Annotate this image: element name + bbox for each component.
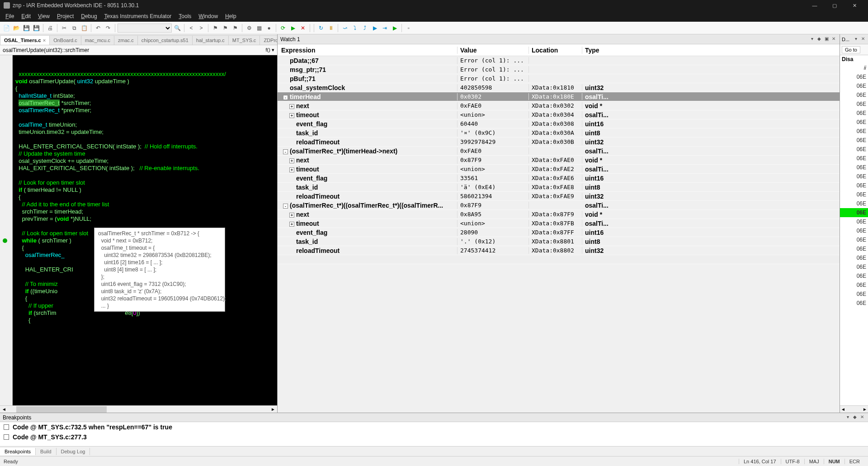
disasm-line[interactable]: 06E [840, 81, 868, 90]
watch-row[interactable]: reloadTimeout3992978429XData:0x030Buint3… [278, 138, 840, 147]
close-button[interactable]: ✕ [844, 0, 864, 11]
disasm-line[interactable]: 06E [840, 217, 868, 226]
open-icon[interactable]: 📂 [12, 24, 21, 33]
disasm-hscroll[interactable]: ◄ ► [840, 405, 868, 413]
code-line[interactable]: halIntState_t intState; [15, 92, 274, 100]
tab-hal_startup-c[interactable]: hal_startup.c [192, 35, 229, 45]
print-icon[interactable]: 🖨 [46, 24, 55, 33]
extra-icon[interactable]: ▫ [404, 24, 413, 33]
expand-icon[interactable]: + [289, 167, 294, 172]
tab-chipcon_cstartup-s51[interactable]: chipcon_cstartup.s51 [137, 35, 193, 45]
dropdown-icon[interactable]: ▾ [809, 36, 815, 43]
code-line[interactable]: osalTimerRec_t *prevTimer; [15, 107, 274, 114]
watch-row[interactable]: pData;;67Error (col 1): ... [278, 56, 840, 65]
scroll-left-icon[interactable]: ◄ [0, 407, 8, 412]
code-line[interactable]: HAL_ENTER_CRITICAL_SECTION( intState ); … [15, 143, 274, 150]
break-icon[interactable]: ⏸ [326, 24, 335, 33]
disasm-line[interactable]: 06E [840, 163, 868, 172]
code-line[interactable]: prevTimer = (void *)NULL; [15, 215, 274, 223]
step-over-icon[interactable]: ⤻ [340, 24, 349, 33]
disasm-line[interactable]: 06E [840, 226, 868, 235]
dropdown-icon[interactable]: ▾ [844, 414, 851, 421]
code-line[interactable] [15, 136, 274, 143]
disasm-line[interactable]: 06E [840, 118, 868, 127]
breakpoint-checkbox[interactable] [4, 424, 9, 430]
save-icon[interactable]: 💾 [22, 24, 31, 33]
disasm-line[interactable]: 06E [840, 172, 868, 181]
tab-close-icon[interactable]: × [43, 38, 46, 43]
watch-row[interactable]: +timeout<union>XData:0x87FBosalTi... [278, 219, 840, 228]
disasm-line[interactable]: 06E [840, 127, 868, 136]
watch-row[interactable]: -timerHead0x0302XData:0x180EosalTi... [278, 92, 840, 101]
bookmark-icon[interactable]: ⚑ [211, 24, 220, 33]
save-all-icon[interactable]: 💾 [32, 24, 41, 33]
expand-icon[interactable]: + [289, 158, 294, 163]
disasm-line[interactable]: 06E [840, 262, 868, 271]
header-value[interactable]: Value [458, 47, 529, 54]
redo-icon[interactable]: ↷ [104, 24, 113, 33]
maximize-button[interactable]: ▢ [825, 0, 844, 11]
bottom-tab-debug-log[interactable]: Debug Log [57, 448, 90, 455]
code-line[interactable]: osal_systemClock += updateTime; [15, 157, 274, 165]
run-to-cursor-icon[interactable]: ⇥ [380, 24, 389, 33]
disasm-line[interactable]: 06E [840, 208, 868, 217]
code-line[interactable]: osalTime_t timeUnion; [15, 121, 274, 128]
code-line[interactable] [15, 114, 274, 121]
watch-row[interactable]: msg_ptr;;71Error (col 1): ... [278, 65, 840, 74]
find-icon[interactable]: 🔍 [173, 24, 182, 33]
disasm-line[interactable]: 06E [840, 244, 868, 253]
bottom-tab-build[interactable]: Build [36, 448, 56, 455]
next-bookmark-icon[interactable]: ⚑ [221, 24, 230, 33]
disasm-line[interactable]: 06E [840, 281, 868, 290]
expand-icon[interactable]: + [289, 222, 294, 227]
undo-icon[interactable]: ↶ [94, 24, 103, 33]
code-line[interactable]: osalTimerRec_t *srchTimer; [15, 100, 274, 107]
disasm-body[interactable]: Disa ii 06E06E06E06E06E06E06E06E06E06E06… [840, 55, 868, 405]
disasm-line[interactable]: 06E [840, 199, 868, 208]
watch-row[interactable]: reloadTimeout2745374412XData:0x8802uint3… [278, 246, 840, 255]
breakpoint-checkbox[interactable] [4, 434, 9, 440]
menu-debug[interactable]: Debug [77, 11, 100, 22]
breakpoint-row[interactable]: Code @ MT_SYS.c:732.5 when "respLen==67"… [0, 422, 868, 432]
watch-row[interactable]: osal_systemClock402850598XData:0x1810uin… [278, 83, 840, 92]
tab-mac_mcu-c[interactable]: mac_mcu.c [81, 35, 114, 45]
minimize-button[interactable]: — [805, 0, 825, 11]
tab-OSAL_Timers-c[interactable]: OSAL_Timers.c× [0, 35, 50, 45]
code-line[interactable] [15, 172, 274, 179]
tab-OnBoard-c[interactable]: OnBoard.c [49, 35, 81, 45]
search-combo[interactable] [118, 24, 172, 33]
code-line[interactable]: // Look for open timer slot [15, 179, 274, 186]
watch-row[interactable]: -(osalTimerRec_t*)((osalTimerRec_t*)((os… [278, 201, 840, 210]
bottom-tab-breakpoints[interactable]: Breakpoints [0, 448, 36, 455]
watch-row[interactable]: event_flag60440XData:0x0308uint16 [278, 119, 840, 128]
header-expression[interactable]: Expression [278, 47, 458, 54]
disasm-line[interactable]: 06E [840, 100, 868, 109]
disasm-line[interactable]: 06E [840, 90, 868, 100]
code-line[interactable]: HAL_EXIT_CRITICAL_SECTION( intState ); /… [15, 165, 274, 172]
watch-row[interactable]: +next0x8A95XData:0x87F9void * [278, 210, 840, 219]
disasm-line[interactable]: 06E [840, 145, 868, 154]
go-icon[interactable]: ▶ [288, 24, 297, 33]
pin-icon[interactable]: ◆ [852, 414, 858, 421]
collapse-icon[interactable]: - [283, 204, 288, 209]
code-line[interactable]: void osalTimerUpdate( uint32 updateTime … [15, 78, 274, 85]
dropdown-icon[interactable]: ▾ [853, 36, 859, 43]
watch-row[interactable]: -(osalTimerRec_t*)(timerHead->next)0xFAE… [278, 147, 840, 156]
paste-icon[interactable]: 📋 [80, 24, 89, 33]
download-icon[interactable]: ⟳ [278, 24, 288, 33]
watch-row[interactable]: +next0xFAE0XData:0x0302void * [278, 101, 840, 110]
nav-back-icon[interactable]: < [187, 24, 196, 33]
code-line[interactable]: timeUnion.time32 = updateTime; [15, 128, 274, 136]
function-dropdown-icon[interactable]: f() ▾ [266, 47, 274, 53]
menu-edit[interactable]: Edit [18, 11, 34, 22]
reset-icon[interactable]: ↻ [316, 24, 326, 33]
menu-tools[interactable]: Tools [175, 11, 195, 22]
maximize-panel-icon[interactable]: ▣ [823, 36, 830, 43]
code-line[interactable]: { [15, 317, 274, 324]
menu-file[interactable]: File [2, 11, 18, 22]
close-panel-icon[interactable]: ✕ [830, 36, 837, 43]
breakpoint-marker-icon[interactable] [3, 238, 7, 243]
menu-help[interactable]: Help [222, 11, 240, 22]
watch-row[interactable]: +timeout<union>XData:0x0304osalTi... [278, 110, 840, 119]
next-stmt-icon[interactable]: ▶ [370, 24, 379, 33]
